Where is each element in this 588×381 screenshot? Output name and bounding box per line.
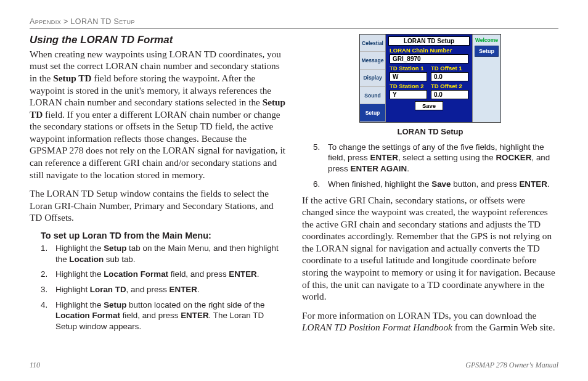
rt-setup: Setup (475, 46, 499, 57)
of2-value: 0.0 (431, 90, 468, 99)
step-1: 1.Highlight the Setup tab on the Main Me… (41, 243, 286, 264)
step-4: 4.Highlight the Setup button located on … (41, 300, 286, 332)
breadcrumb-section: Appendix (30, 17, 61, 26)
tab-setup: Setup (360, 104, 385, 121)
chain-label: LORAN Chain Number (390, 47, 468, 54)
of1-label: TD Offset 1 (431, 65, 468, 72)
right-column: Celestial Message Display Sound Setup LO… (302, 34, 558, 340)
para-2: The LORAN TD Setup window contains the f… (30, 187, 286, 224)
header-rule (30, 28, 558, 29)
step-3: 3.Highlight Loran TD, and press ENTER. (41, 284, 286, 295)
breadcrumb-sep: > (63, 17, 68, 26)
st1-value: W (390, 72, 427, 81)
breadcrumb-sub: LORAN TD Setup (71, 17, 135, 26)
page: Appendix > LORAN TD Setup Using the LORA… (0, 0, 588, 381)
step-5: 5.To change the settings of any of the f… (313, 142, 558, 174)
page-number: 110 (30, 361, 40, 370)
device-right-tabs: Welcome Setup (472, 35, 500, 122)
heading-using-loran: Using the LORAN TD Format (30, 34, 286, 46)
para-right-1: If the active GRI Chain, secondary stati… (302, 194, 558, 303)
device-left-tabs: Celestial Message Display Sound Setup (360, 35, 386, 122)
tab-message: Message (360, 52, 385, 69)
rt-welcome: Welcome (473, 35, 500, 46)
figure-caption: LORAN TD Setup (302, 127, 558, 136)
st2-label: TD Station 2 (390, 83, 427, 89)
heading-steps: To set up Loran TD from the Main Menu: (41, 231, 286, 240)
step-6: 6.When finished, highlight the Save butt… (313, 179, 558, 190)
device-screenshot: Celestial Message Display Sound Setup LO… (359, 34, 501, 123)
st2-value: Y (390, 90, 427, 99)
device-save-button: Save (415, 101, 443, 110)
of1-value: 0.0 (431, 72, 468, 81)
manual-title: GPSMAP 278 Owner's Manual (465, 361, 558, 370)
para-1: When creating new waypoints using LORAN … (30, 48, 286, 181)
left-column: Using the LORAN TD Format When creating … (30, 34, 286, 340)
tab-display: Display (360, 70, 385, 87)
tab-sound: Sound (360, 87, 385, 104)
device-title: LORAN TD Setup (388, 36, 470, 46)
breadcrumb: Appendix > LORAN TD Setup (30, 17, 558, 26)
tab-celestial: Celestial (360, 35, 385, 52)
figure-loran-setup: Celestial Message Display Sound Setup LO… (359, 34, 501, 123)
columns: Using the LORAN TD Format When creating … (30, 34, 558, 340)
st1-label: TD Station 1 (390, 65, 427, 72)
of2-label: TD Offset 2 (431, 83, 468, 89)
device-main: LORAN TD Setup LORAN Chain Number GRI_89… (386, 35, 472, 122)
step-2: 2.Highlight the Location Format field, a… (41, 269, 286, 280)
chain-value: GRI_8970 (390, 54, 468, 63)
steps-list-right: 5.To change the settings of any of the f… (313, 142, 558, 190)
para-right-2: For more information on LORAN TDs, you c… (302, 309, 558, 334)
footer: 110 GPSMAP 278 Owner's Manual (30, 361, 558, 370)
steps-list-left: 1.Highlight the Setup tab on the Main Me… (41, 243, 286, 332)
